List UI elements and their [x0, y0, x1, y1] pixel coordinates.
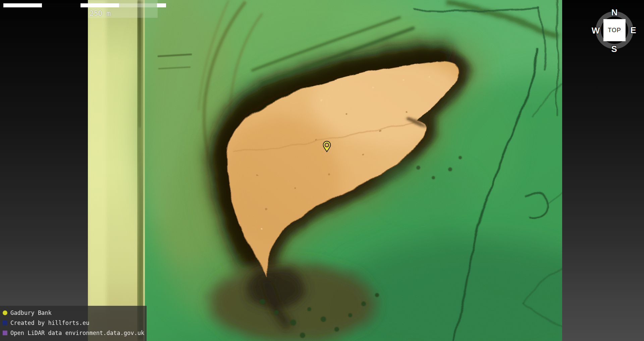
legend-item-label: Gadbury Bank: [10, 309, 52, 316]
site-marker-swatch: [3, 310, 7, 315]
location-pin-shape[interactable]: [323, 141, 331, 152]
legend-item-site: Gadbury Bank: [0, 308, 147, 318]
compass-north-label[interactable]: N: [611, 7, 618, 18]
terrain-grain-texture: [88, 0, 562, 341]
terrain-render: [88, 0, 562, 341]
scale-bar-label: 250 m: [90, 10, 111, 17]
lidar-viewer-window: 250 m TOP N E S W Gadbury Bank Created b…: [0, 0, 644, 341]
legend-item-credit: Created by hillforts.eu: [0, 318, 147, 328]
terrain-viewport[interactable]: [88, 0, 562, 341]
credit-marker-swatch: [3, 321, 7, 325]
compass-east-label[interactable]: E: [630, 25, 636, 36]
map-scale-bar: [3, 3, 166, 7]
legend-item-source: Open LiDAR data environment.data.gov.uk: [0, 328, 147, 338]
scale-segment: [42, 3, 80, 7]
source-marker-swatch: [3, 331, 7, 335]
scale-segment: [119, 3, 157, 7]
scale-segment: [157, 3, 166, 7]
scale-segment: [3, 3, 42, 7]
compass-west-label[interactable]: W: [592, 25, 600, 36]
legend-panel: Gadbury Bank Created by hillforts.eu Ope…: [0, 306, 147, 341]
location-pin-icon[interactable]: [322, 140, 331, 153]
compass-south-label[interactable]: S: [611, 44, 617, 54]
scale-segment: [80, 3, 119, 7]
legend-item-label: Open LiDAR data environment.data.gov.uk: [10, 330, 144, 336]
view-cube-compass[interactable]: TOP N E S W: [589, 3, 641, 57]
legend-item-label: Created by hillforts.eu: [10, 320, 89, 326]
compass-top-face[interactable]: TOP: [603, 19, 626, 41]
